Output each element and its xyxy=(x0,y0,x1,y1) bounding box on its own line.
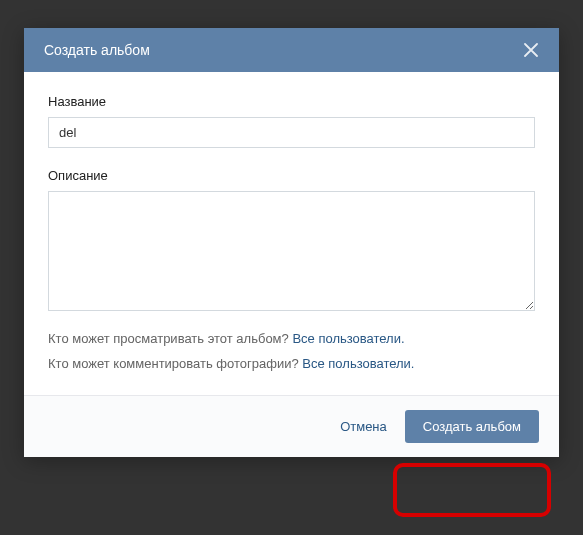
description-label: Описание xyxy=(48,168,535,183)
highlight-annotation xyxy=(393,463,551,517)
create-album-button[interactable]: Создать альбом xyxy=(405,410,539,443)
name-input[interactable] xyxy=(48,117,535,148)
close-icon[interactable] xyxy=(523,42,539,58)
privacy-comment-link[interactable]: Все пользователи. xyxy=(302,356,414,371)
privacy-view-row: Кто может просматривать этот альбом? Все… xyxy=(48,331,535,346)
privacy-comment-question: Кто может комментировать фотографии? xyxy=(48,356,302,371)
cancel-button[interactable]: Отмена xyxy=(336,411,391,442)
name-label: Название xyxy=(48,94,535,109)
privacy-view-question: Кто может просматривать этот альбом? xyxy=(48,331,292,346)
description-input[interactable] xyxy=(48,191,535,311)
modal-title: Создать альбом xyxy=(44,42,150,58)
privacy-view-link[interactable]: Все пользователи. xyxy=(292,331,404,346)
create-album-modal: Создать альбом Название Описание Кто мож… xyxy=(24,28,559,457)
modal-footer: Отмена Создать альбом xyxy=(24,395,559,457)
privacy-comment-row: Кто может комментировать фотографии? Все… xyxy=(48,356,535,371)
modal-header: Создать альбом xyxy=(24,28,559,72)
modal-body: Название Описание Кто может просматриват… xyxy=(24,72,559,395)
